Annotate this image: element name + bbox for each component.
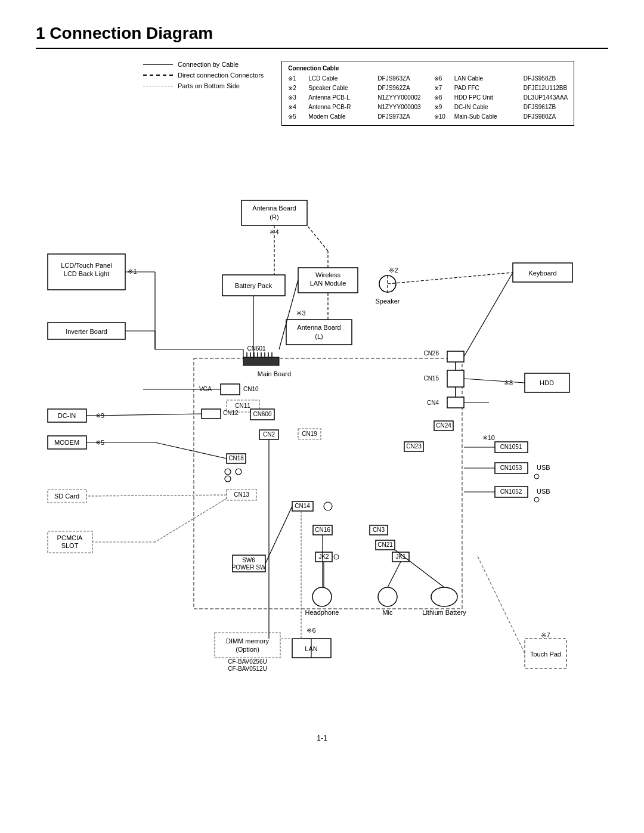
svg-text:※3: ※3 [296,309,305,317]
svg-text:※7: ※7 [541,631,550,639]
svg-text:CN11: CN11 [235,402,250,409]
svg-text:LAN Module: LAN Module [310,280,346,287]
svg-text:SLOT: SLOT [61,542,79,549]
svg-text:CN16: CN16 [315,527,330,533]
svg-text:CN601: CN601 [247,345,266,352]
svg-text:CN23: CN23 [406,443,422,450]
svg-text:CN600: CN600 [253,411,272,417]
page-number: 1-1 [36,734,608,742]
svg-text:Antenna Board: Antenna Board [252,205,296,212]
svg-line-165 [477,555,525,654]
svg-text:CF-BAV0256U: CF-BAV0256U [228,658,267,665]
svg-text:CN18: CN18 [228,455,244,462]
svg-rect-50 [202,409,221,419]
svg-text:※6: ※6 [306,627,315,634]
svg-point-64 [225,469,231,475]
svg-text:Keyboard: Keyboard [528,270,556,277]
svg-text:(Option): (Option) [236,646,259,653]
svg-text:Antenna Board: Antenna Board [297,324,340,331]
svg-text:※8: ※8 [504,379,513,386]
svg-text:USB: USB [537,488,550,495]
svg-text:CN2: CN2 [263,431,275,438]
svg-point-80 [334,555,339,559]
svg-text:Battery Pack: Battery Pack [235,282,273,289]
svg-text:※10: ※10 [482,434,495,441]
svg-text:CN1053: CN1053 [500,465,522,471]
svg-line-139 [464,272,513,357]
svg-rect-92 [215,633,280,658]
svg-text:CN26: CN26 [423,350,439,357]
svg-text:CN14: CN14 [295,503,310,509]
svg-text:CN21: CN21 [377,541,393,548]
svg-text:CN10: CN10 [243,386,259,392]
svg-text:※1: ※1 [128,268,137,275]
svg-text:PCMCIA: PCMCIA [57,534,83,541]
svg-text:Wireless: Wireless [315,271,341,278]
svg-rect-39 [447,351,464,362]
legend-dotted: Parts on Bottom Side [178,82,240,89]
svg-point-88 [378,587,397,606]
svg-text:Inverter Board: Inverter Board [66,328,107,335]
svg-text:(L): (L) [315,333,323,340]
svg-rect-43 [447,397,464,408]
svg-text:JK2: JK2 [318,553,329,560]
svg-text:LCD Back Light: LCD Back Light [64,270,109,277]
svg-text:(R): (R) [270,213,278,221]
svg-text:CN3: CN3 [373,527,385,533]
legend-area: Connection by Cable Direct connection Co… [143,61,264,126]
svg-text:CN13: CN13 [234,491,249,498]
svg-line-134 [307,225,328,251]
svg-point-90 [431,587,457,606]
page-title: 1 Connection Diagram [36,24,608,49]
svg-text:CF-BAV0512U: CF-BAV0512U [228,665,267,672]
svg-text:CN19: CN19 [302,431,317,437]
svg-text:Headphone: Headphone [305,609,339,616]
svg-text:CN12: CN12 [223,410,239,416]
svg-rect-29 [243,357,279,366]
svg-point-66 [225,476,231,482]
svg-text:Mic: Mic [382,609,393,616]
svg-text:USB: USB [537,464,550,471]
svg-line-138 [388,272,513,284]
svg-text:MODEM: MODEM [54,439,79,446]
svg-text:SD Card: SD Card [54,493,79,500]
legend-solid: Connection by Cable [178,61,239,68]
svg-text:Main Board: Main Board [258,370,291,377]
svg-point-71 [324,502,332,510]
svg-text:CN1051: CN1051 [500,444,522,450]
svg-point-65 [236,469,242,475]
svg-text:Speaker: Speaker [376,298,400,305]
svg-text:CN24: CN24 [436,422,451,429]
svg-point-112 [534,497,539,502]
svg-line-141 [464,379,525,383]
svg-point-108 [534,474,539,479]
svg-text:POWER SW: POWER SW [232,564,266,571]
svg-text:Touch Pad: Touch Pad [530,651,561,658]
svg-rect-41 [447,370,464,387]
svg-text:CN4: CN4 [427,400,439,406]
svg-text:CN15: CN15 [423,375,439,382]
svg-rect-45 [221,384,240,395]
legend-dashed: Direct connection Connectors [178,72,264,79]
svg-point-86 [312,587,332,606]
connection-cable-table: Connection Cable ※1LCD CableDFJS963ZA ※2… [281,61,574,126]
svg-text:Lithium Battery: Lithium Battery [422,609,466,616]
svg-text:CN1052: CN1052 [500,488,522,495]
svg-text:SW6: SW6 [242,557,255,563]
svg-text:DIMM memory: DIMM memory [226,637,270,645]
svg-line-146 [95,414,202,416]
svg-text:DC-IN: DC-IN [58,412,76,419]
connection-diagram: LCD/Touch Panel LCD Back Light ※1 Invert… [36,138,608,722]
svg-text:LCD/Touch Panel: LCD/Touch Panel [61,262,112,269]
svg-text:※2: ※2 [389,267,398,274]
svg-text:HDD: HDD [540,379,554,386]
